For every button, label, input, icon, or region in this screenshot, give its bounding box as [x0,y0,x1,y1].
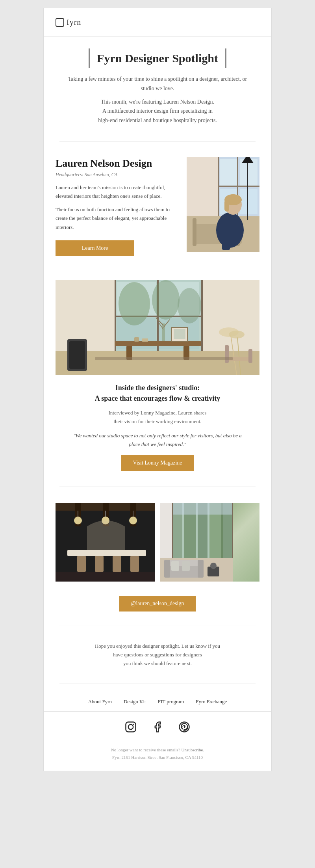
svg-point-93 [133,724,134,725]
svg-rect-71 [56,572,155,582]
footer-links: About Fyrn Design Kit FIT program Fyrn E… [44,692,271,712]
svg-rect-79 [172,503,233,515]
svg-point-86 [210,563,217,569]
studio-subtitle: Interviewed by Lonny Magazine, Lauren sh… [67,409,248,426]
divider-2 [59,272,256,272]
svg-rect-70 [130,556,139,572]
divider-5 [59,684,256,684]
divider-1 [59,141,256,141]
svg-rect-42 [134,337,139,342]
svg-point-13 [216,212,244,248]
title-body: This month, we're featuring Lauren Nelso… [63,97,252,125]
visit-lonny-button[interactable]: Visit Lonny Magazine [121,455,194,471]
svg-rect-44 [174,329,185,339]
svg-rect-2 [220,159,238,187]
svg-rect-50 [225,345,229,363]
studio-title: Inside the designers' studio:A space tha… [67,383,248,404]
logo: fyrn [56,18,259,27]
svg-point-48 [229,331,245,338]
footer-message-text: Hope you enjoyed this designer spotlight… [67,642,248,668]
svg-point-30 [119,282,150,325]
instagram-button[interactable]: @lauren_nelson_design [119,596,196,612]
svg-rect-54 [69,341,85,369]
svg-point-60 [74,517,82,524]
svg-rect-41 [142,338,148,342]
svg-rect-7 [218,186,259,187]
svg-rect-83 [164,560,170,578]
footer-message: Hope you enjoyed this designer spotlight… [44,634,271,676]
gallery-image-right [160,503,259,582]
instagram-section: @lauren_nelson_design [44,589,271,618]
svg-rect-3 [240,159,258,187]
svg-rect-51 [248,349,252,363]
svg-rect-91 [126,722,136,732]
logo-text: fyrn [67,18,81,27]
svg-rect-88 [182,561,190,571]
designer-desc1: Lauren and her team's mission is to crea… [56,183,179,201]
pinterest-icon[interactable] [177,719,192,734]
svg-rect-66 [67,550,146,556]
page-title: Fyrn Designer Spotlight [89,48,226,68]
unsubscribe-link[interactable]: Unsubscribe. [181,747,204,752]
facebook-icon[interactable] [150,719,165,734]
header: fyrn [44,8,271,37]
designer-section: Lauren Nelson Design Headquarters: San A… [44,149,271,264]
svg-rect-90 [232,503,233,558]
svg-rect-52 [95,357,233,360]
learn-more-button[interactable]: Learn More [56,240,134,256]
svg-rect-68 [95,556,104,572]
svg-point-92 [128,725,133,730]
svg-rect-87 [171,561,179,571]
svg-rect-89 [172,503,173,558]
svg-point-32 [178,288,201,323]
unsubscribe-text: No longer want to receive these emails? … [56,746,259,754]
logo-icon [56,18,64,27]
gallery-image-left [56,503,155,582]
social-section [44,712,271,742]
studio-quote: "We wanted our studio space to not only … [67,431,248,449]
footer-link-design-kit[interactable]: Design Kit [124,699,146,705]
unsubscribe-section: No longer want to receive these emails? … [44,742,271,770]
footer-link-fit[interactable]: FIT program [158,699,184,705]
gallery-section [44,495,271,589]
svg-rect-5 [240,189,258,214]
svg-rect-17 [222,242,230,250]
studio-image [56,280,259,375]
svg-point-31 [152,280,180,320]
divider-4 [59,626,256,626]
designer-desc2: Their focus on both function and feeling… [56,205,179,231]
footer-link-about[interactable]: About Fyrn [88,699,112,705]
svg-rect-16 [224,200,229,212]
svg-rect-84 [198,560,204,578]
designer-image [187,157,259,252]
designer-hq: Headquarters: San Anselmo, CA [56,172,179,178]
footer-link-exchange[interactable]: Fyrn Exchange [196,699,227,705]
divider-3 [59,487,256,487]
svg-point-62 [129,517,137,524]
designer-name: Lauren Nelson Design [56,157,179,169]
title-subtitle: Taking a few minutes of your time to shi… [63,74,252,93]
address-text: Fyrn 2151 Harrison Street San Francisco,… [56,754,259,761]
svg-rect-11 [193,218,196,246]
svg-rect-69 [113,556,121,572]
studio-desc-section: Inside the designers' studio:A space tha… [44,375,271,479]
svg-rect-67 [77,556,86,572]
svg-rect-34 [115,341,201,346]
instagram-icon[interactable] [123,719,138,734]
designer-text: Lauren Nelson Design Headquarters: San A… [56,157,179,256]
title-section: Fyrn Designer Spotlight Taking a few min… [44,37,271,133]
